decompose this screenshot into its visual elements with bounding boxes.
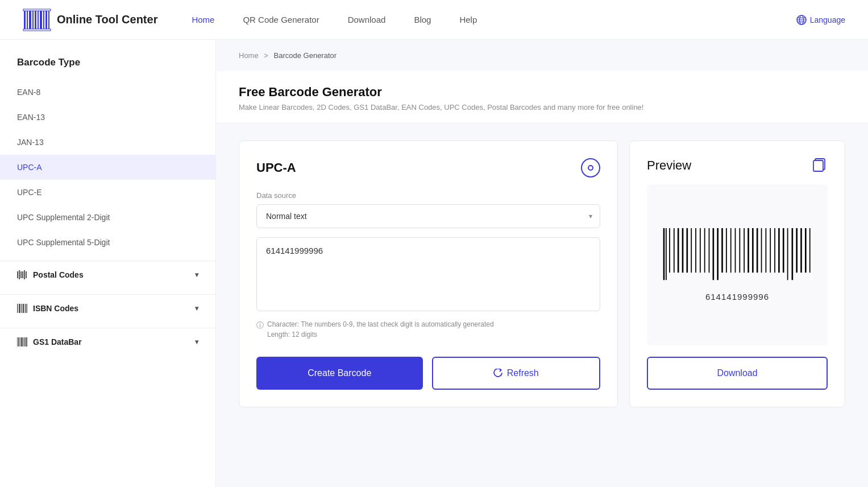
svg-rect-8 [45, 11, 47, 29]
svg-rect-59 [709, 228, 710, 273]
breadcrumb-separator: > [264, 51, 268, 60]
svg-rect-4 [35, 11, 36, 29]
svg-rect-57 [704, 228, 705, 273]
svg-rect-103 [805, 228, 807, 273]
svg-rect-25 [22, 304, 23, 313]
svg-rect-28 [27, 304, 28, 313]
sidebar-title: Barcode Type [0, 57, 215, 80]
postal-codes-label: Postal Codes [33, 270, 84, 279]
svg-rect-37 [813, 160, 823, 171]
svg-rect-88 [772, 228, 774, 273]
svg-rect-10 [23, 9, 51, 11]
barcode-type-label: UPC-A [256, 160, 296, 175]
svg-rect-66 [724, 228, 725, 273]
barcode-display: 614141999996 [647, 184, 828, 345]
barcode-input[interactable]: 614141999996 [256, 237, 600, 311]
nav-blog[interactable]: Blog [414, 15, 431, 24]
refresh-button[interactable]: Refresh [432, 357, 601, 390]
download-button[interactable]: Download [647, 357, 828, 390]
svg-rect-49 [687, 228, 688, 273]
svg-rect-48 [684, 228, 686, 273]
svg-rect-61 [713, 228, 715, 280]
svg-rect-21 [24, 270, 25, 279]
svg-rect-51 [691, 228, 692, 273]
logo-text: Online Tool Center [57, 13, 157, 26]
sidebar-item-upce[interactable]: UPC-E [0, 180, 215, 205]
sidebar-item-ean13[interactable]: EAN-13 [0, 105, 215, 130]
header: Online Tool Center Home QR Code Generato… [0, 0, 868, 40]
svg-rect-73 [739, 228, 740, 273]
logo-icon [23, 9, 51, 31]
nav-home[interactable]: Home [192, 15, 214, 24]
sidebar-group-isbn-header[interactable]: ISBN Codes ▾ [0, 295, 215, 322]
sidebar-item-ean8[interactable]: EAN-8 [0, 80, 215, 105]
copy-button[interactable] [813, 158, 828, 173]
nav-download[interactable]: Download [348, 15, 386, 24]
sidebar-group-gs1: GS1 DataBar ▾ [0, 328, 215, 356]
sidebar-item-upca[interactable]: UPC-A [0, 155, 215, 180]
svg-rect-69 [730, 228, 732, 273]
svg-rect-43 [674, 228, 675, 273]
svg-rect-85 [766, 228, 767, 273]
data-source-select[interactable]: Normal text Hex data Base64 data [256, 204, 600, 228]
create-barcode-button[interactable]: Create Barcode [256, 357, 423, 390]
page-title: Free Barcode Generator [239, 85, 845, 100]
sidebar-item-upc5[interactable]: UPC Supplemental 5-Digit [0, 230, 215, 255]
sidebar-item-jan13[interactable]: JAN-13 [0, 130, 215, 155]
postal-codes-chevron: ▾ [195, 271, 198, 279]
svg-rect-99 [796, 228, 798, 273]
svg-rect-87 [770, 228, 771, 273]
sidebar-group-postal-header[interactable]: Postal Codes ▾ [0, 261, 215, 288]
sidebar-group-gs1-header[interactable]: GS1 DataBar ▾ [0, 328, 215, 356]
svg-rect-29 [17, 337, 18, 346]
barcode-circle-icon[interactable] [581, 158, 600, 178]
svg-rect-38 [663, 228, 665, 280]
nav-qr[interactable]: QR Code Generator [243, 15, 319, 24]
breadcrumb-home[interactable]: Home [239, 51, 259, 60]
svg-rect-84 [763, 228, 765, 273]
svg-rect-100 [799, 228, 800, 273]
globe-icon [796, 15, 807, 25]
svg-rect-82 [759, 228, 760, 273]
svg-rect-101 [800, 228, 802, 273]
sidebar-item-upc2[interactable]: UPC Supplemental 2-Digit [0, 205, 215, 230]
page-header: Free Barcode Generator Make Linear Barco… [216, 71, 868, 123]
svg-rect-23 [17, 304, 18, 313]
copy-icon [813, 158, 828, 173]
svg-rect-56 [701, 228, 703, 273]
svg-rect-74 [741, 228, 743, 273]
logo[interactable]: Online Tool Center [23, 9, 157, 31]
gs1-databar-label: GS1 DataBar [33, 337, 82, 346]
main-layout: Barcode Type EAN-8 EAN-13 JAN-13 UPC-A U… [0, 40, 868, 487]
language-selector[interactable]: Language [796, 15, 845, 25]
svg-rect-97 [792, 228, 794, 280]
svg-rect-60 [711, 228, 712, 273]
svg-rect-11 [23, 29, 51, 31]
svg-rect-106 [811, 228, 812, 280]
gs1-databar-icon [17, 337, 27, 346]
svg-rect-1 [27, 11, 28, 29]
form-panel-title: UPC-A [256, 158, 600, 178]
svg-rect-96 [789, 228, 791, 280]
postal-codes-icon [17, 270, 27, 279]
svg-rect-94 [785, 228, 786, 273]
svg-rect-2 [29, 11, 31, 29]
svg-rect-55 [700, 228, 701, 273]
svg-rect-45 [678, 228, 679, 273]
svg-rect-19 [20, 271, 22, 278]
svg-rect-63 [717, 228, 719, 280]
svg-rect-26 [23, 304, 24, 313]
svg-rect-67 [726, 228, 727, 273]
svg-rect-78 [750, 228, 751, 273]
nav-help[interactable]: Help [459, 15, 477, 24]
hint-content: Character: The numbers 0-9, the last che… [267, 319, 494, 340]
svg-rect-31 [20, 337, 20, 346]
svg-rect-24 [19, 304, 20, 313]
svg-rect-3 [32, 11, 34, 29]
svg-rect-102 [803, 228, 804, 273]
isbn-codes-icon [17, 304, 27, 313]
isbn-codes-chevron: ▾ [195, 304, 198, 312]
svg-rect-91 [778, 228, 780, 273]
svg-rect-7 [43, 11, 44, 29]
hint-icon: ⓘ [256, 320, 264, 331]
